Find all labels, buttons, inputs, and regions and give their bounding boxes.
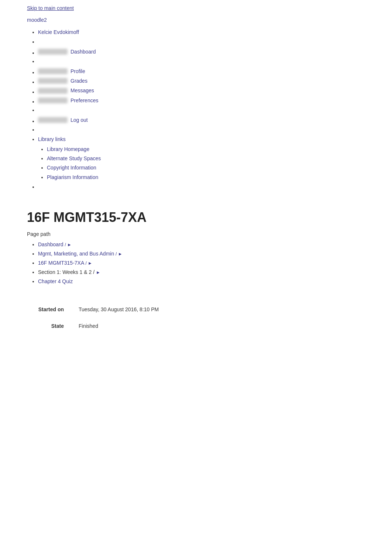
messages-icon-blurred xyxy=(38,88,68,94)
nav-item-preferences: Preferences xyxy=(38,96,386,104)
nav-separator-1 xyxy=(38,38,386,46)
nav-item-copyright-info: Copyright Information xyxy=(47,164,386,172)
messages-link[interactable]: Messages xyxy=(71,86,94,95)
nav-item-profile: Profile xyxy=(38,67,386,75)
grades-link[interactable]: Grades xyxy=(71,77,87,85)
breadcrumb-item-section: Section 1: Weeks 1 & 2 / ► xyxy=(38,268,365,277)
top-nav: moodle2 Kelcie Evdokimoff Dashboard Prof… xyxy=(0,15,392,195)
profile-link[interactable]: Profile xyxy=(71,67,85,75)
quiz-info-state-row: State Finished xyxy=(27,318,212,334)
alternate-study-spaces-link[interactable]: Alternate Study Spaces xyxy=(47,155,101,161)
library-homepage-link[interactable]: Library Homepage xyxy=(47,146,89,152)
nav-item-plagiarism-info: Plagiarism Information xyxy=(47,173,386,181)
profile-icon-blurred xyxy=(38,68,68,74)
nav-item-messages: Messages xyxy=(38,86,386,95)
library-sub-list: Library Homepage Alternate Study Spaces … xyxy=(38,145,386,182)
started-on-value: Tuesday, 30 August 2016, 8:10 PM xyxy=(71,301,212,318)
breadcrumb-item-chapter-quiz: Chapter 4 Quiz xyxy=(38,277,365,286)
breadcrumb-arrow-2: / ► xyxy=(116,251,123,257)
nav-separator-2 xyxy=(38,57,386,65)
moodle2-link[interactable]: moodle2 xyxy=(27,17,47,23)
breadcrumb-item-mgmt: Mgmt, Marketing, and Bus Admin / ► xyxy=(38,249,365,258)
grades-icon-blurred xyxy=(38,78,68,84)
preferences-icon-blurred xyxy=(38,97,68,103)
nav-separator-4 xyxy=(38,126,386,134)
main-content: 16F MGMT315-7XA Page path Dashboard / ► … xyxy=(0,195,392,349)
quiz-info-table: Started on Tuesday, 30 August 2016, 8:10… xyxy=(27,301,212,334)
plagiarism-info-link[interactable]: Plagiarism Information xyxy=(47,174,98,180)
main-nav-list: Kelcie Evdokimoff Dashboard Profile Grad… xyxy=(27,28,386,191)
logout-icon-blurred xyxy=(38,117,68,123)
dashboard-link[interactable]: Dashboard xyxy=(71,48,96,56)
breadcrumb-course-link[interactable]: 16F MGMT315-7XA xyxy=(38,260,84,266)
page-path-list: Dashboard / ► Mgmt, Marketing, and Bus A… xyxy=(27,240,365,286)
nav-item-dashboard: Dashboard xyxy=(38,48,386,56)
nav-item-logout: Log out xyxy=(38,116,386,124)
breadcrumb-arrow-4: ► xyxy=(96,270,100,275)
quiz-info-started-row: Started on Tuesday, 30 August 2016, 8:10… xyxy=(27,301,212,318)
breadcrumb-item-course: 16F MGMT315-7XA / ► xyxy=(38,258,365,268)
breadcrumb-dashboard-link[interactable]: Dashboard xyxy=(38,241,63,247)
preferences-link[interactable]: Preferences xyxy=(71,96,98,104)
dashboard-icon-blurred xyxy=(38,49,68,55)
nav-separator-3 xyxy=(38,106,386,114)
state-label: State xyxy=(27,318,71,334)
library-links-link[interactable]: Library links xyxy=(38,136,66,142)
copyright-info-link[interactable]: Copyright Information xyxy=(47,165,96,171)
chapter-quiz-link[interactable]: Chapter 4 Quiz xyxy=(38,278,73,284)
nav-item-alternate-study-spaces: Alternate Study Spaces xyxy=(47,154,386,162)
breadcrumb-mgmt-link[interactable]: Mgmt, Marketing, and Bus Admin xyxy=(38,251,114,257)
breadcrumb-arrow-3: / ► xyxy=(85,261,92,266)
user-profile-link[interactable]: Kelcie Evdokimoff xyxy=(38,29,79,35)
course-title: 16F MGMT315-7XA xyxy=(27,210,365,225)
started-on-label: Started on xyxy=(27,301,71,318)
breadcrumb-section-text: Section 1: Weeks 1 & 2 / xyxy=(38,269,94,275)
nav-item-user: Kelcie Evdokimoff xyxy=(38,28,386,36)
breadcrumb-arrow-1: / ► xyxy=(65,242,72,247)
nav-separator-5 xyxy=(38,183,386,191)
state-value: Finished xyxy=(71,318,212,334)
nav-item-library-links: Library links Library Homepage Alternate… xyxy=(38,135,386,181)
skip-to-main-link[interactable]: Skip to main content xyxy=(0,0,392,15)
breadcrumb-item-dashboard: Dashboard / ► xyxy=(38,240,365,249)
page-path-label: Page path xyxy=(27,231,365,237)
nav-item-library-homepage: Library Homepage xyxy=(47,145,386,153)
logout-link[interactable]: Log out xyxy=(71,116,88,124)
nav-item-grades: Grades xyxy=(38,77,386,85)
